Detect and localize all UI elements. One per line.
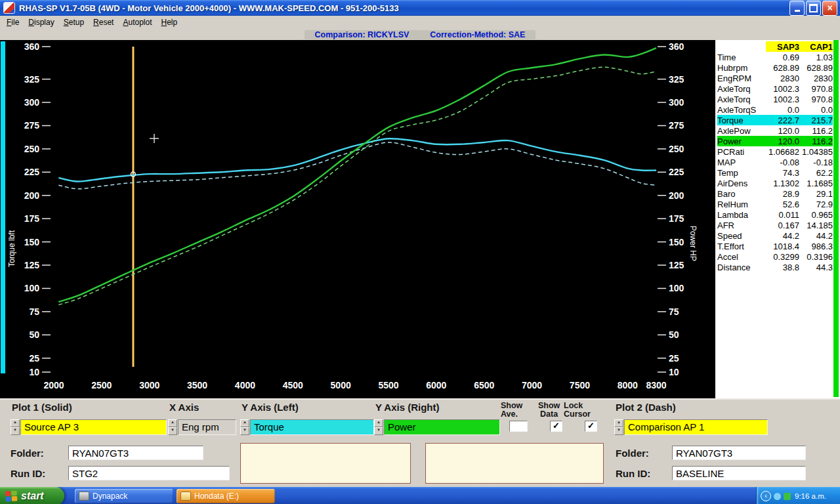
svg-text:10: 10 xyxy=(669,367,679,377)
comparison-bar: Comparison: RICKYLSV Correction-Method: … xyxy=(0,29,840,40)
lock-cursor-checkbox[interactable]: ✓ xyxy=(585,421,597,432)
menu-item-setup[interactable]: Setup xyxy=(59,16,89,28)
svg-text:7500: 7500 xyxy=(570,380,590,390)
spin-down-icon[interactable]: ▼ xyxy=(374,427,383,435)
svg-text:3000: 3000 xyxy=(139,380,159,390)
menu-item-autoplot[interactable]: Autoplot xyxy=(118,16,156,28)
comparison-label: Comparison: RICKYLSV xyxy=(315,30,410,39)
spin-up-icon[interactable]: ▲ xyxy=(10,419,20,427)
svg-text:250: 250 xyxy=(669,144,684,154)
spin-up-icon[interactable]: ▲ xyxy=(240,419,249,427)
svg-text:6000: 6000 xyxy=(426,380,446,390)
plot2-value[interactable]: Comparison AP 1 xyxy=(624,419,768,435)
lock-cursor-label-top: Lock xyxy=(564,401,583,410)
notes-box-left[interactable] xyxy=(240,443,411,484)
menu-item-display[interactable]: Display xyxy=(24,16,58,28)
main-area: 3603603253253003002752752502502252252002… xyxy=(0,40,840,398)
tray-icon-status[interactable] xyxy=(784,493,791,500)
app-icon xyxy=(3,2,15,14)
xaxis-combo[interactable]: ▲▼ Eng rpm xyxy=(168,419,236,435)
maximize-button[interactable] xyxy=(806,1,821,16)
svg-text:150: 150 xyxy=(24,237,40,247)
show-ave-checkbox[interactable] xyxy=(509,421,528,432)
yleft-value[interactable]: Torque xyxy=(250,419,374,435)
data-row-speed: Speed44.244.2 xyxy=(717,230,833,241)
spin-up-icon[interactable]: ▲ xyxy=(374,419,383,427)
svg-text:100: 100 xyxy=(669,283,684,293)
plot1-label: Plot 1 (Solid) xyxy=(12,402,72,413)
svg-text:4000: 4000 xyxy=(235,380,255,390)
yleft-combo[interactable]: ▲▼ Torque xyxy=(240,419,374,435)
chart-area[interactable]: 3603603253253003002752752502502252252002… xyxy=(0,40,715,398)
dyno-chart[interactable]: 3603603253253003002752752502502252252002… xyxy=(0,40,715,398)
data-row-axletorq: AxleTorq1002.3970.8 xyxy=(717,94,833,104)
runid-label-right: Run ID: xyxy=(616,468,650,479)
y-axis-left-title: Torque lbft xyxy=(7,230,16,267)
svg-text:325: 325 xyxy=(24,74,40,85)
close-button[interactable]: × xyxy=(822,1,837,16)
svg-text:5500: 5500 xyxy=(378,380,398,390)
svg-text:75: 75 xyxy=(29,306,39,317)
data-row-map: MAP-0.08-0.18 xyxy=(717,157,833,167)
plot2-spinner[interactable]: ▲▼ xyxy=(614,419,623,435)
spin-up-icon[interactable]: ▲ xyxy=(614,419,623,427)
data-row-t-effort: T.Effort1018.4986.3 xyxy=(717,241,833,251)
menu-item-help[interactable]: Help xyxy=(157,16,182,28)
menu-item-reset[interactable]: Reset xyxy=(89,16,118,28)
menu-item-file[interactable]: File xyxy=(2,16,24,28)
svg-text:2500: 2500 xyxy=(91,380,112,390)
svg-text:200: 200 xyxy=(24,190,40,201)
spin-down-icon[interactable]: ▼ xyxy=(614,427,623,435)
data-panel: SAP3CAP1Time0.691.03Hubrpm628.89628.89En… xyxy=(715,40,840,398)
title-bar: RHAS-SP V1.7-05B (4WD - Motor Vehicle 20… xyxy=(0,0,840,16)
yright-value[interactable]: Power xyxy=(384,419,500,435)
tray-chevron-icon[interactable]: ‹ xyxy=(761,491,771,501)
yright-combo[interactable]: ▲▼ Power xyxy=(374,419,500,435)
data-row-axletorqs: AxleTorqS0.00.0 xyxy=(717,104,833,115)
folder-label-left: Folder: xyxy=(10,448,44,459)
xaxis-spinner[interactable]: ▲▼ xyxy=(168,419,177,435)
runid-label-left: Run ID: xyxy=(10,468,45,479)
spin-down-icon[interactable]: ▼ xyxy=(240,427,249,435)
data-row-temp: Temp74.362.2 xyxy=(717,167,833,178)
clock: 9:16 a.m. xyxy=(795,492,826,500)
runid-input-left[interactable] xyxy=(68,466,230,480)
spin-up-icon[interactable]: ▲ xyxy=(168,419,177,427)
taskbar-task-dynapack[interactable]: Dynapack xyxy=(75,489,173,503)
plot1-value[interactable]: Source AP 3 xyxy=(20,419,167,435)
xaxis-value[interactable]: Eng rpm xyxy=(178,419,236,435)
svg-text:10: 10 xyxy=(29,367,39,377)
notes-box-right[interactable] xyxy=(425,443,604,484)
start-button[interactable]: start xyxy=(0,487,64,504)
spin-down-icon[interactable]: ▼ xyxy=(168,427,177,435)
svg-text:125: 125 xyxy=(24,260,40,270)
data-row-axlepow: AxlePow120.0116.2 xyxy=(717,125,833,136)
tray-icon-network[interactable] xyxy=(774,493,781,500)
maximize-icon xyxy=(809,4,818,12)
data-row-airdens: AirDens1.13021.1685 xyxy=(717,178,833,188)
svg-text:2000: 2000 xyxy=(43,380,64,390)
svg-text:225: 225 xyxy=(24,167,40,177)
show-ave-label-top: Show xyxy=(501,401,522,410)
yright-spinner[interactable]: ▲▼ xyxy=(374,419,383,435)
plot2-combo[interactable]: ▲▼ Comparison AP 1 xyxy=(614,419,768,435)
data-header-row: SAP3CAP1 xyxy=(717,41,833,52)
window-title: RHAS-SP V1.7-05B (4WD - Motor Vehicle 20… xyxy=(19,3,789,13)
svg-text:200: 200 xyxy=(669,190,684,201)
curve-torque-sap3-solid xyxy=(58,138,656,181)
svg-text:150: 150 xyxy=(669,237,684,247)
runid-input-right[interactable] xyxy=(672,466,806,480)
plot1-combo[interactable]: ▲▼ Source AP 3 xyxy=(10,419,167,435)
folder-input-left[interactable] xyxy=(68,446,203,460)
yleft-spinner[interactable]: ▲▼ xyxy=(240,419,249,435)
svg-text:360: 360 xyxy=(24,41,40,52)
svg-text:8000: 8000 xyxy=(618,380,638,390)
taskbar-task-hondata-e-[interactable]: Hondata (E:) xyxy=(177,489,275,503)
taskbar-tasks: DynapackHondata (E:) xyxy=(64,489,756,503)
show-data-checkbox[interactable]: ✓ xyxy=(550,421,562,432)
folder-input-right[interactable] xyxy=(672,446,806,460)
svg-text:125: 125 xyxy=(669,260,684,270)
spin-down-icon[interactable]: ▼ xyxy=(10,427,20,435)
plot1-spinner[interactable]: ▲▼ xyxy=(10,419,20,435)
minimize-button[interactable] xyxy=(789,1,805,16)
